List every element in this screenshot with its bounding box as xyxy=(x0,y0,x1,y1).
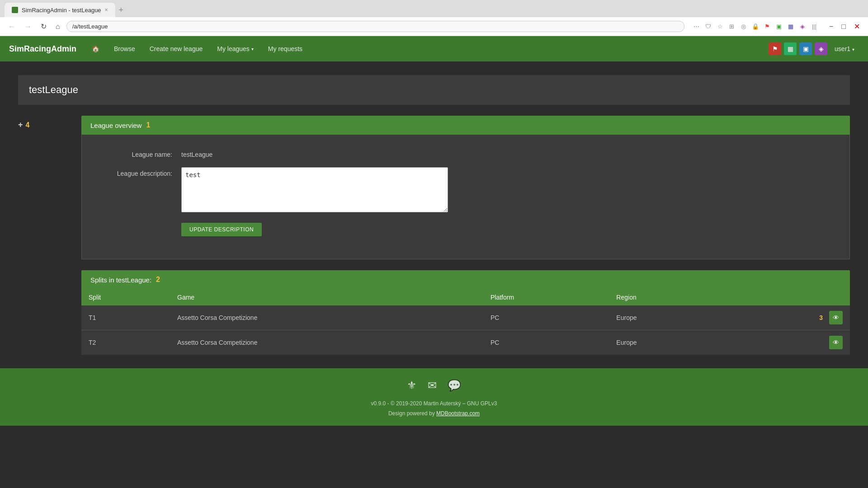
tab-title: SimRacingAdmin - testLeague xyxy=(22,7,101,14)
splits-title: Splits in testLeague: xyxy=(90,276,151,284)
nav-user[interactable]: user1 ▾ xyxy=(830,43,859,54)
page-header: testLeague xyxy=(18,75,850,105)
splits-table: Split Game Platform Region T1 Assetto Co… xyxy=(81,289,850,355)
home-icon: 🏠 xyxy=(92,45,99,52)
new-tab-button[interactable]: + xyxy=(115,5,127,15)
footer-icon-gitlab[interactable]: ⚜ xyxy=(407,379,417,392)
browser-extensions: ⋯ 🛡 ☆ ⊞ ◎ 🔒 ⚑ ▣ ▦ ◈ ||| xyxy=(692,22,819,32)
splits-section: Splits in testLeague: 2 Split Game Platf… xyxy=(81,270,850,355)
split-actions-t1: 3 👁 xyxy=(725,305,850,330)
col-platform: Platform xyxy=(483,289,609,305)
tab-favicon xyxy=(12,7,18,13)
view-button-t2[interactable]: 👁 xyxy=(829,336,843,349)
sidebar-add-item[interactable]: + 4 xyxy=(18,120,74,130)
forward-button[interactable]: → xyxy=(22,22,34,32)
footer-design-link[interactable]: MDBootstrap.com xyxy=(436,410,480,417)
nav-create-league[interactable]: Create new league xyxy=(143,42,209,56)
address-bar: ← → ↻ ⌂ ⋯ 🛡 ☆ ⊞ ◎ 🔒 ⚑ ▣ ▦ ◈ ||| − □ ✕ xyxy=(0,17,868,36)
splits-table-body: T1 Assetto Corsa Competizione PC Europe … xyxy=(81,305,850,355)
tab-bar: SimRacingAdmin - testLeague × + xyxy=(0,0,868,17)
col-split: Split xyxy=(81,289,170,305)
page-content: testLeague + 4 League overview 1 League xyxy=(0,61,868,368)
footer-icons: ⚜ ✉ 💬 xyxy=(9,379,859,392)
footer-icon-discord[interactable]: 💬 xyxy=(448,379,461,392)
user-dropdown-arrow: ▾ xyxy=(852,47,854,52)
league-name-value: testLeague xyxy=(181,148,212,158)
row1-actions: 3 👁 xyxy=(732,311,843,324)
refresh-button[interactable]: ↻ xyxy=(38,21,49,32)
nav-my-leagues[interactable]: My leagues ▾ xyxy=(211,42,260,56)
table-row: T1 Assetto Corsa Competizione PC Europe … xyxy=(81,305,850,330)
league-name-row: League name: testLeague xyxy=(91,148,840,158)
maximize-button[interactable]: □ xyxy=(839,21,849,32)
split-region-t2: Europe xyxy=(609,330,724,355)
update-description-button[interactable]: UPDATE DESCRIPTION xyxy=(181,223,262,236)
nav-ext-green[interactable]: ▦ xyxy=(784,42,797,55)
tab-close-button[interactable]: × xyxy=(105,7,108,13)
split-game-t1: Assetto Corsa Competizione xyxy=(170,305,483,330)
ext-icon-circle[interactable]: ◎ xyxy=(739,22,749,32)
footer: ⚜ ✉ 💬 v0.9.0 - © 2019-2020 Martin Auters… xyxy=(0,368,868,426)
ext-icon-purple[interactable]: ◈ xyxy=(797,22,807,32)
split-platform-t1: PC xyxy=(483,305,609,330)
split-game-t2: Assetto Corsa Competizione xyxy=(170,330,483,355)
plus-icon: + xyxy=(18,120,23,130)
nav-ext-red[interactable]: ⚑ xyxy=(769,42,781,55)
nav-ext-purple[interactable]: ◈ xyxy=(815,42,827,55)
league-overview-body: League name: testLeague League descripti… xyxy=(81,135,850,259)
league-description-row: League description: test xyxy=(91,167,840,214)
league-overview-header: League overview 1 xyxy=(81,116,850,135)
league-overview-section: League overview 1 League name: testLeagu… xyxy=(81,116,850,259)
navbar: SimRacingAdmin 🏠 Browse Create new leagu… xyxy=(0,36,868,61)
ext-icon-green[interactable]: ▣ xyxy=(774,22,784,32)
browser-window: SimRacingAdmin - testLeague × + ← → ↻ ⌂ … xyxy=(0,0,868,36)
nav-ext-teal[interactable]: ▣ xyxy=(799,42,812,55)
ext-icon-1[interactable]: ⋯ xyxy=(692,22,702,32)
minimize-button[interactable]: − xyxy=(826,21,836,32)
league-name-label: League name: xyxy=(91,148,181,158)
nav-right: ⚑ ▦ ▣ ◈ user1 ▾ xyxy=(769,42,859,55)
ext-icon-lock[interactable]: 🔒 xyxy=(750,22,760,32)
nav-links: 🏠 Browse Create new league My leagues ▾ … xyxy=(85,42,769,56)
home-button[interactable]: ⌂ xyxy=(53,22,63,32)
split-name-t1: T1 xyxy=(81,305,170,330)
ext-icon-red[interactable]: ⚑ xyxy=(762,22,772,32)
footer-version: v0.9.0 - © 2019-2020 Martin Auterský – G… xyxy=(9,399,859,409)
league-description-textarea[interactable]: test xyxy=(181,167,448,212)
address-input[interactable] xyxy=(66,21,684,32)
league-description-label: League description: xyxy=(91,167,181,177)
ext-icon-star[interactable]: ☆ xyxy=(715,22,725,32)
col-region: Region xyxy=(609,289,724,305)
col-game: Game xyxy=(170,289,483,305)
main-layout: + 4 League overview 1 League name: testL… xyxy=(18,116,850,355)
splits-badge: 2 xyxy=(156,276,160,284)
nav-browse[interactable]: Browse xyxy=(108,42,142,56)
splits-header: Splits in testLeague: 2 xyxy=(81,270,850,289)
nav-my-requests[interactable]: My requests xyxy=(262,42,309,56)
ext-icon-bars[interactable]: ||| xyxy=(809,22,819,32)
main-panel: League overview 1 League name: testLeagu… xyxy=(81,116,850,355)
league-overview-title: League overview xyxy=(90,122,142,129)
nav-home[interactable]: 🏠 xyxy=(85,42,106,56)
close-window-button[interactable]: ✕ xyxy=(851,21,863,32)
footer-icon-email[interactable]: ✉ xyxy=(428,379,437,392)
split-badge-t1: 3 xyxy=(819,314,823,321)
ext-icon-shield[interactable]: 🛡 xyxy=(703,22,713,32)
ext-icon-grid[interactable]: ⊞ xyxy=(727,22,737,32)
col-actions xyxy=(725,289,850,305)
split-region-t1: Europe xyxy=(609,305,724,330)
my-leagues-dropdown-arrow: ▾ xyxy=(251,47,254,52)
update-button-row: UPDATE DESCRIPTION xyxy=(91,223,840,236)
row2-actions: 👁 xyxy=(732,336,843,349)
ext-icon-blue[interactable]: ▦ xyxy=(786,22,796,32)
split-actions-t2: 👁 xyxy=(725,330,850,355)
page-title: testLeague xyxy=(29,84,839,96)
league-overview-badge: 1 xyxy=(146,121,150,129)
navbar-brand[interactable]: SimRacingAdmin xyxy=(9,44,76,54)
active-tab[interactable]: SimRacingAdmin - testLeague × xyxy=(5,3,115,17)
sidebar-badge: 4 xyxy=(26,121,30,129)
view-button-t1[interactable]: 👁 xyxy=(829,311,843,324)
back-button[interactable]: ← xyxy=(5,22,18,32)
league-description-field-wrapper: test xyxy=(181,167,448,214)
footer-design: Design powered by MDBootstrap.com xyxy=(9,409,859,419)
